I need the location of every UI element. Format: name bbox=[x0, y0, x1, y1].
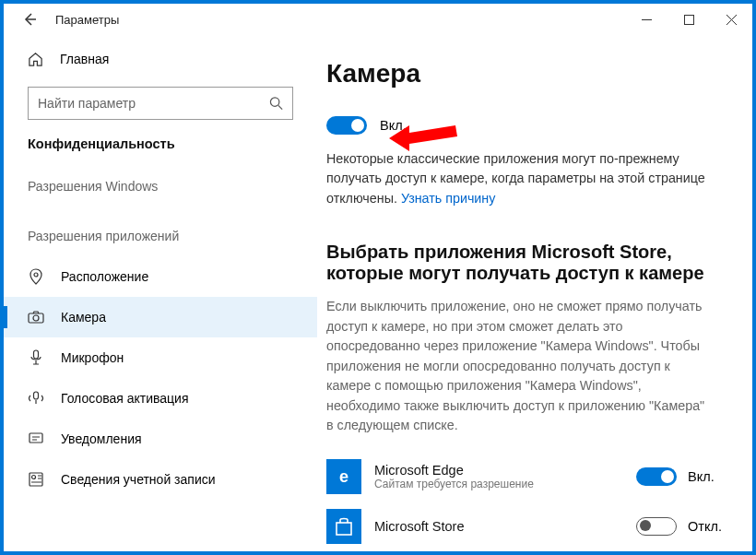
svg-rect-8 bbox=[30, 473, 42, 486]
sidebar-item-voice[interactable]: Голосовая активация bbox=[4, 378, 317, 419]
shopping-bag-icon bbox=[334, 516, 354, 537]
app-text: Microsoft Store bbox=[374, 519, 636, 534]
svg-rect-5 bbox=[34, 350, 39, 359]
search-icon bbox=[269, 96, 283, 111]
svg-point-1 bbox=[270, 98, 278, 106]
sidebar-item-label: Уведомления bbox=[61, 431, 142, 446]
account-icon bbox=[28, 471, 44, 488]
sidebar-item-label: Сведения учетной записи bbox=[61, 472, 216, 487]
sidebar-item-label: Голосовая активация bbox=[61, 391, 189, 406]
minimize-icon bbox=[642, 15, 652, 25]
window-controls bbox=[625, 4, 752, 35]
voice-icon bbox=[28, 390, 44, 407]
search-input[interactable] bbox=[38, 96, 269, 111]
titlebar: Параметры bbox=[4, 4, 752, 35]
notifications-icon bbox=[28, 431, 44, 447]
close-icon bbox=[726, 15, 737, 25]
svg-rect-6 bbox=[34, 392, 39, 399]
search-input-wrap[interactable] bbox=[28, 87, 293, 120]
app-name: Microsoft Store bbox=[374, 519, 636, 534]
app-row-edge: e Microsoft Edge Сайтам требуется разреш… bbox=[326, 452, 730, 502]
category-heading: Конфиденциальность bbox=[4, 133, 317, 166]
store-icon bbox=[326, 509, 361, 544]
microphone-icon bbox=[28, 349, 44, 366]
app-toggle-label: Вкл. bbox=[688, 469, 730, 484]
svg-rect-7 bbox=[30, 433, 42, 443]
sidebar-item-label: Микрофон bbox=[61, 350, 124, 365]
sidebar: Главная Конфиденциальность Разрешения Wi… bbox=[4, 35, 317, 551]
app-name: Microsoft Edge bbox=[374, 463, 636, 478]
arrow-left-icon bbox=[22, 12, 37, 27]
maximize-icon bbox=[684, 15, 694, 25]
svg-point-9 bbox=[32, 476, 36, 479]
master-toggle-row: Вкл. bbox=[326, 116, 730, 135]
sidebar-item-notifications[interactable]: Уведомления bbox=[4, 419, 317, 459]
legacy-note-text: Некоторые классические приложения могут … bbox=[326, 151, 705, 206]
close-button[interactable] bbox=[710, 4, 752, 35]
subhead-apps: Разрешения приложений bbox=[4, 207, 317, 256]
sidebar-item-label: Камера bbox=[61, 310, 106, 325]
settings-window: Параметры Главная Конфиденциальность Раз… bbox=[4, 4, 752, 551]
sidebar-item-label: Расположение bbox=[61, 269, 148, 284]
camera-access-toggle[interactable] bbox=[326, 116, 367, 135]
svg-rect-10 bbox=[337, 523, 351, 535]
svg-rect-0 bbox=[684, 15, 693, 24]
camera-access-toggle-label: Вкл. bbox=[380, 118, 407, 133]
location-icon bbox=[28, 268, 44, 285]
learn-why-link[interactable]: Узнать причину bbox=[401, 191, 496, 206]
window-title: Параметры bbox=[55, 13, 119, 27]
app-toggle-store[interactable] bbox=[636, 517, 677, 536]
edge-icon: e bbox=[326, 459, 361, 494]
sidebar-item-camera[interactable]: Камера bbox=[4, 297, 317, 337]
home-label: Главная bbox=[60, 52, 109, 66]
minimize-button[interactable] bbox=[625, 4, 667, 35]
page-title: Камера bbox=[326, 59, 730, 89]
app-toggle-edge[interactable] bbox=[636, 467, 677, 486]
svg-point-2 bbox=[34, 273, 38, 277]
app-subtext: Сайтам требуется разрешение bbox=[374, 478, 636, 490]
section-description: Если выключить приложение, оно не сможет… bbox=[326, 297, 714, 435]
app-row-store: Microsoft Store Откл. bbox=[326, 502, 730, 551]
app-toggle-label: Откл. bbox=[688, 519, 730, 534]
subhead-windows: Разрешения Windows bbox=[4, 166, 317, 207]
section-heading: Выбрать приложения Microsoft Store, кото… bbox=[326, 242, 714, 284]
sidebar-item-microphone[interactable]: Микрофон bbox=[4, 337, 317, 378]
legacy-apps-note: Некоторые классические приложения могут … bbox=[326, 149, 714, 208]
home-icon bbox=[28, 52, 43, 67]
camera-icon bbox=[28, 309, 44, 325]
window-body: Главная Конфиденциальность Разрешения Wi… bbox=[4, 35, 752, 551]
main-content: Камера Вкл. Некоторые классические прило… bbox=[317, 35, 752, 551]
sidebar-item-account[interactable]: Сведения учетной записи bbox=[4, 459, 317, 500]
maximize-button[interactable] bbox=[667, 4, 710, 35]
app-text: Microsoft Edge Сайтам требуется разрешен… bbox=[374, 463, 636, 490]
back-button[interactable] bbox=[17, 6, 42, 32]
sidebar-item-location[interactable]: Расположение bbox=[4, 256, 317, 297]
home-link[interactable]: Главная bbox=[4, 41, 317, 77]
svg-point-4 bbox=[33, 315, 39, 321]
